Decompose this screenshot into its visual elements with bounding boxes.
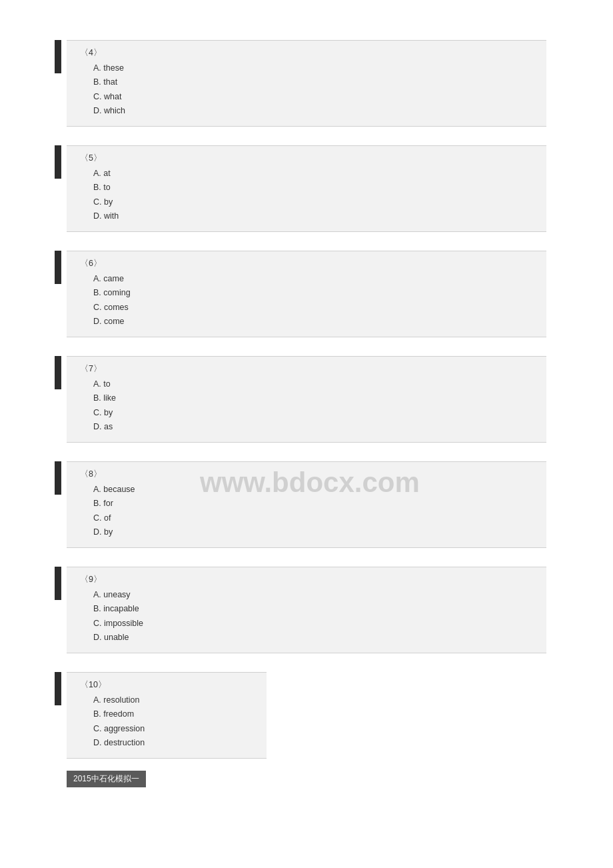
question-block-9: 〈9〉 A. uneasy B. incapable C. impossible… [67,567,546,653]
tag-section: 2015中石化模拟一 [67,765,546,787]
option-6d: D. come [80,315,533,329]
option-4d: D. which [80,104,533,118]
option-6b: B. coming [80,286,533,300]
question-number-10: 〈10〉 [80,679,253,691]
option-5a: A. at [80,167,533,181]
answer-indicator-4 [55,40,61,73]
option-10c: C. aggression [80,722,253,736]
option-8d: D. by [80,525,533,539]
answer-indicator-10 [55,672,61,705]
answer-indicator-6 [55,251,61,284]
option-9c: C. impossible [80,617,533,631]
question-number-7: 〈7〉 [80,363,533,375]
question-box-7: 〈7〉 A. to B. like C. by D. as [67,356,546,443]
question-block-4: 〈4〉 A. these B. that C. what D. which [67,40,546,127]
option-8a: A. because [80,483,533,497]
question-block-5: 〈5〉 A. at B. to C. by D. with [67,145,546,232]
option-5d: D. with [80,209,533,223]
option-7b: B. like [80,391,533,405]
option-10d: D. destruction [80,736,253,750]
question-box-4: 〈4〉 A. these B. that C. what D. which [67,40,546,127]
option-7a: A. to [80,377,533,391]
question-number-6: 〈6〉 [80,258,533,269]
answer-indicator-8 [55,461,61,495]
question-box-10: 〈10〉 A. resolution B. freedom C. aggress… [67,672,267,759]
option-7d: D. as [80,420,533,434]
option-9d: D. unable [80,631,533,645]
question-box-6: 〈6〉 A. came B. coming C. comes D. come [67,251,546,337]
option-8c: C. of [80,511,533,525]
question-box-8: 〈8〉 A. because B. for C. of D. by [67,461,546,548]
question-block-10: 〈10〉 A. resolution B. freedom C. aggress… [67,672,546,759]
option-10b: B. freedom [80,707,253,721]
option-6a: A. came [80,272,533,286]
option-4a: A. these [80,61,533,75]
option-5b: B. to [80,181,533,195]
answer-indicator-7 [55,356,61,389]
answer-indicator-5 [55,145,61,179]
option-10a: A. resolution [80,693,253,707]
question-block-8: 〈8〉 A. because B. for C. of D. by [67,461,546,548]
option-4b: B. that [80,75,533,89]
option-5c: C. by [80,195,533,209]
option-9a: A. uneasy [80,588,533,602]
option-9b: B. incapable [80,602,533,616]
question-block-7: 〈7〉 A. to B. like C. by D. as [67,356,546,443]
option-7c: C. by [80,406,533,420]
question-number-8: 〈8〉 [80,469,533,480]
answer-indicator-9 [55,567,61,600]
tag-button[interactable]: 2015中石化模拟一 [67,771,146,787]
question-box-5: 〈5〉 A. at B. to C. by D. with [67,145,546,232]
question-box-9: 〈9〉 A. uneasy B. incapable C. impossible… [67,567,546,653]
option-6c: C. comes [80,301,533,315]
question-number-9: 〈9〉 [80,574,533,585]
option-4c: C. what [80,90,533,104]
question-number-5: 〈5〉 [80,153,533,164]
option-8b: B. for [80,497,533,511]
question-block-6: 〈6〉 A. came B. coming C. comes D. come [67,251,546,337]
question-number-4: 〈4〉 [80,47,533,59]
